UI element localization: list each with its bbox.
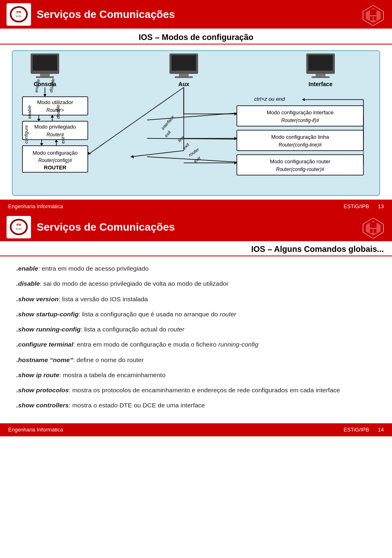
- svg-text:Router>: Router>: [46, 107, 64, 113]
- svg-text:exit: exit: [60, 136, 65, 144]
- logo-left-2: IPB ESTiG: [7, 216, 31, 238]
- slide2-subtitle-bar: IOS – Alguns Comandos globais...: [0, 241, 392, 256]
- footer-left: Engenharia Informática: [8, 203, 63, 209]
- slide2-title: Serviços de Comunicações: [37, 221, 361, 233]
- logo-right-icon: [361, 3, 385, 26]
- svg-rect-11: [33, 55, 57, 71]
- svg-rect-8: [374, 16, 376, 20]
- crest-icon-2: IPB ESTiG: [9, 218, 29, 236]
- slide-1: IPB ESTiG Serviços de Comunicações IOS –…: [0, 0, 392, 213]
- svg-text:Interface: Interface: [309, 81, 333, 87]
- svg-text:Aux: Aux: [178, 81, 189, 87]
- cmd-show-running: .show running-config: lista a configuraç…: [16, 325, 376, 334]
- cmd-show-protocolos: .show protocolos: mostra os protocolos d…: [16, 385, 376, 395]
- cmd-enable: .enable: entra em modo de acesso privile…: [16, 264, 376, 273]
- footer-right: ESTiG/IPB 13: [343, 203, 384, 209]
- cmd-show-ip-route: .show ip route: mostra a tabela de encam…: [16, 370, 376, 380]
- slide2-subtitle: IOS – Alguns Comandos globais...: [251, 245, 384, 254]
- svg-rect-16: [179, 74, 189, 76]
- svg-text:Modo configuração interface: Modo configuração interface: [267, 109, 334, 116]
- svg-text:Modo configuração: Modo configuração: [33, 150, 78, 156]
- svg-text:disable: disable: [56, 104, 60, 119]
- cmd-disable: .disable: sai do modo de acesso privileg…: [16, 279, 376, 288]
- slide1-subtitle: IOS – Modos de configuração: [0, 29, 392, 44]
- svg-text:Router(config-if)#: Router(config-if)#: [281, 118, 319, 123]
- svg-rect-94: [370, 229, 373, 233]
- svg-rect-7: [370, 16, 373, 20]
- svg-text:Router(config-router)#: Router(config-router)#: [276, 167, 324, 172]
- svg-rect-13: [36, 76, 54, 78]
- svg-text:configure: configure: [24, 125, 29, 144]
- svg-rect-95: [374, 229, 376, 233]
- diagram-svg: Consola Aux Interface ctrl+z ou end Modo…: [8, 49, 384, 200]
- svg-text:Router(config)#: Router(config)#: [38, 158, 72, 163]
- crest-icon: IPB ESTiG: [9, 5, 29, 24]
- content-area: .enable: entra em modo de acesso privile…: [0, 256, 392, 423]
- svg-rect-21: [312, 76, 330, 78]
- svg-text:Modo configuração router: Modo configuração router: [270, 158, 331, 165]
- svg-text:ROUTER: ROUTER: [44, 165, 67, 171]
- svg-text:ctrl+z ou end: ctrl+z ou end: [254, 96, 285, 102]
- logo-right-icon-2: [361, 216, 385, 238]
- cmd-show-controllers: .show controllers: mostra o estado DTE o…: [16, 400, 376, 410]
- slide2-footer: Engenharia Informática ESTiG/IPB 14: [0, 423, 392, 436]
- footer2-right: ESTiG/IPB 14: [343, 427, 384, 433]
- cmd-show-version: .show version: lista a versão do IOS ins…: [16, 294, 376, 304]
- svg-text:Modo utilizador: Modo utilizador: [37, 99, 74, 105]
- svg-rect-93: [370, 222, 376, 228]
- svg-rect-12: [40, 74, 50, 76]
- svg-text:Router(config-line)#: Router(config-line)#: [278, 142, 322, 148]
- svg-text:IPB: IPB: [16, 11, 21, 13]
- svg-rect-15: [172, 55, 196, 71]
- slide2-header: IPB ESTiG Serviços de Comunicações: [0, 213, 392, 241]
- cmd-configure-terminal: .configure terminal: entra em modo de co…: [16, 340, 376, 349]
- svg-text:Modo privilegiado: Modo privilegiado: [34, 124, 76, 130]
- svg-rect-20: [316, 74, 325, 76]
- footer2-left: Engenharia Informática: [8, 427, 63, 433]
- svg-text:IPB: IPB: [16, 223, 21, 226]
- svg-text:enable: enable: [27, 105, 32, 119]
- slide-2: IPB ESTiG Serviços de Comunicações IOS –…: [0, 213, 392, 436]
- svg-rect-19: [308, 55, 333, 71]
- svg-text:ESTiG: ESTiG: [16, 228, 22, 230]
- cmd-hostname: .hostname “nome”: define o nome do route…: [16, 355, 376, 365]
- slide1-title: Serviços de Comunicações: [37, 8, 361, 21]
- slide1-footer: Engenharia Informática ESTiG/IPB 13: [0, 200, 392, 213]
- svg-rect-6: [370, 9, 376, 15]
- svg-text:ESTiG: ESTiG: [16, 15, 22, 18]
- diagram-area: Consola Aux Interface ctrl+z ou end Modo…: [0, 44, 392, 200]
- svg-point-1: [11, 8, 26, 21]
- cmd-show-startup: .show startup-config: lista a configuraç…: [16, 309, 376, 319]
- logo-left: IPB ESTiG: [7, 3, 31, 26]
- svg-rect-17: [175, 76, 193, 78]
- slide1-header: IPB ESTiG Serviços de Comunicações: [0, 0, 392, 29]
- svg-text:Modo configuração linha: Modo configuração linha: [271, 134, 329, 140]
- svg-point-88: [11, 220, 26, 233]
